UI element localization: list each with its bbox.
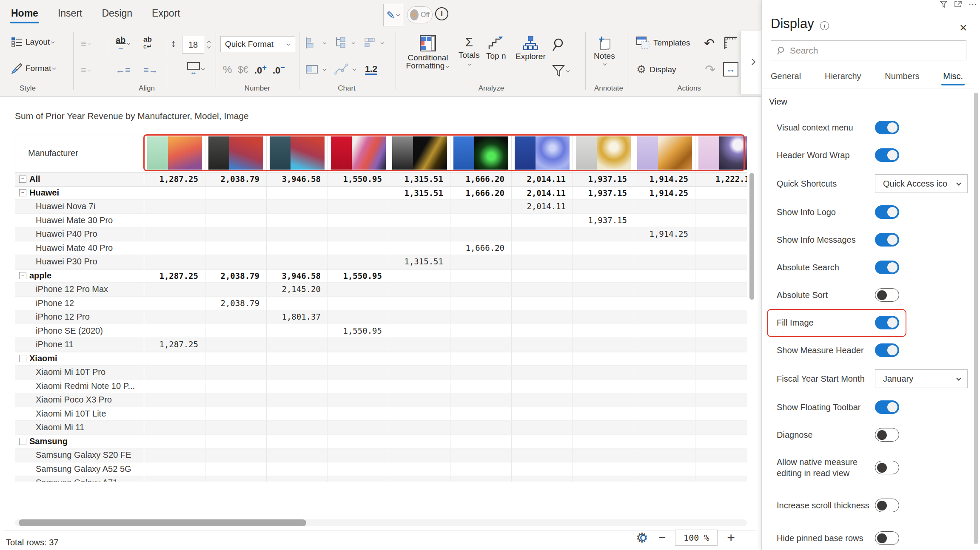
value-cell[interactable] (573, 421, 634, 434)
value-cell[interactable] (573, 297, 634, 310)
value-cell[interactable] (205, 310, 267, 324)
panel-close-button[interactable]: × (960, 21, 967, 34)
filter-button[interactable] (552, 65, 570, 77)
table-horizontal-scrollbar[interactable] (15, 519, 747, 526)
panel-tab-general[interactable]: General (771, 71, 801, 85)
hierarchy-chart-button[interactable] (334, 37, 347, 49)
row-label-cell[interactable]: Huawei P30 Pro (15, 255, 144, 269)
table-row[interactable]: −Xiaomi (15, 352, 747, 366)
value-cell[interactable]: 1,914.25 (634, 227, 695, 241)
dropdown-select[interactable]: Quick Access ico (875, 174, 968, 193)
row-label-cell[interactable]: iPhone 12 Pro (15, 310, 144, 324)
value-cell[interactable] (695, 448, 747, 462)
value-cell[interactable] (573, 462, 634, 476)
value-cell[interactable] (634, 448, 695, 462)
value-cell[interactable] (205, 214, 267, 227)
value-cell[interactable] (695, 462, 747, 476)
value-cell[interactable] (512, 214, 573, 227)
table-row[interactable]: Samsung Galaxy S20 FE (15, 448, 747, 462)
row-label-cell[interactable]: Huawei Mate 30 Pro (15, 214, 144, 227)
row-label-cell[interactable]: −Samsung (15, 435, 144, 448)
value-cell[interactable]: 1,287.25 (144, 173, 205, 186)
line-chart-button[interactable] (334, 63, 348, 76)
value-cell[interactable] (205, 283, 267, 296)
value-cell[interactable] (695, 366, 747, 379)
value-cell[interactable] (695, 200, 747, 213)
value-cell[interactable] (695, 435, 747, 448)
value-cell[interactable]: 2,014.11 (512, 200, 573, 213)
focus-mode-icon[interactable] (954, 1, 962, 8)
value-cell[interactable] (389, 338, 450, 352)
value-cell[interactable] (389, 462, 450, 476)
value-cell[interactable] (205, 338, 267, 352)
value-cell[interactable] (144, 297, 205, 310)
table-row[interactable]: Samsung Galaxy A52 5G (15, 462, 747, 476)
value-cell[interactable] (634, 324, 695, 338)
zoom-in-button[interactable]: + (727, 531, 735, 544)
value-cell[interactable] (512, 297, 573, 310)
value-cell[interactable] (328, 310, 389, 324)
value-cell[interactable] (144, 366, 205, 379)
number-ratio-button[interactable]: 1.2 (365, 64, 377, 75)
align-vertical-button[interactable]: ≡ (81, 38, 91, 49)
value-cell[interactable]: 1,914.25 (634, 173, 695, 186)
image-header-cell[interactable] (573, 134, 634, 172)
autofit-off-toggle[interactable]: ϟ Off (407, 6, 433, 23)
value-cell[interactable] (205, 407, 267, 421)
toggle-switch[interactable] (875, 531, 899, 545)
ribbon-tab-insert[interactable]: Insert (58, 8, 83, 23)
value-cell[interactable] (450, 324, 512, 338)
value-cell[interactable] (450, 227, 512, 241)
value-cell[interactable] (328, 255, 389, 269)
value-cell[interactable] (389, 200, 450, 213)
row-label-cell[interactable]: Samsung Galaxy A71 (15, 476, 144, 482)
row-height-icon[interactable]: ↕ (171, 37, 176, 49)
value-cell[interactable] (267, 255, 328, 269)
value-cell[interactable] (328, 476, 389, 482)
value-cell[interactable] (573, 435, 634, 448)
value-cell[interactable] (389, 476, 450, 482)
row-label-cell[interactable]: Xiaomi Mi 10T Pro (15, 366, 144, 379)
table-row[interactable]: −Samsung (15, 435, 747, 449)
value-cell[interactable] (573, 448, 634, 462)
value-cell[interactable] (573, 283, 634, 296)
value-cell[interactable] (267, 407, 328, 421)
image-header-cell[interactable] (450, 134, 512, 172)
value-cell[interactable] (695, 380, 747, 393)
value-cell[interactable] (144, 227, 205, 241)
value-cell[interactable] (205, 187, 267, 200)
image-header-cell[interactable] (695, 134, 747, 172)
value-cell[interactable] (144, 380, 205, 393)
value-cell[interactable] (450, 255, 512, 269)
value-cell[interactable] (634, 380, 695, 393)
value-cell[interactable] (573, 255, 634, 269)
value-cell[interactable] (144, 187, 205, 200)
value-cell[interactable]: 2,014.11 (512, 187, 573, 200)
toggle-switch[interactable] (875, 428, 899, 442)
increase-decimal-button[interactable]: .0+ (254, 63, 267, 76)
image-header-cell[interactable] (328, 134, 389, 172)
value-cell[interactable] (634, 421, 695, 434)
value-cell[interactable] (512, 255, 573, 269)
image-header-cell[interactable] (389, 134, 450, 172)
value-cell[interactable] (205, 366, 267, 379)
ribbon-tab-design[interactable]: Design (102, 8, 132, 23)
value-cell[interactable] (144, 255, 205, 269)
font-size-value[interactable]: 18 (182, 36, 204, 54)
value-cell[interactable]: 1,550.95 (328, 269, 389, 283)
value-cell[interactable]: 2,145.20 (267, 283, 328, 296)
value-cell[interactable] (695, 352, 747, 366)
value-cell[interactable] (695, 393, 747, 407)
value-cell[interactable] (695, 407, 747, 421)
ribbon-tab-export[interactable]: Export (152, 8, 180, 23)
value-cell[interactable] (512, 227, 573, 241)
value-cell[interactable] (512, 241, 573, 255)
templates-button[interactable]: Templates (636, 37, 690, 49)
value-cell[interactable] (450, 352, 512, 366)
value-cell[interactable] (695, 187, 747, 200)
quick-format-dropdown[interactable]: Quick Format (220, 36, 295, 52)
panel-search-box[interactable]: Search (771, 40, 966, 60)
value-cell[interactable] (144, 324, 205, 338)
ribbon-tab-home[interactable]: Home (11, 8, 38, 23)
row-label-cell[interactable]: Huawei Mate 40 Pro (15, 241, 144, 255)
